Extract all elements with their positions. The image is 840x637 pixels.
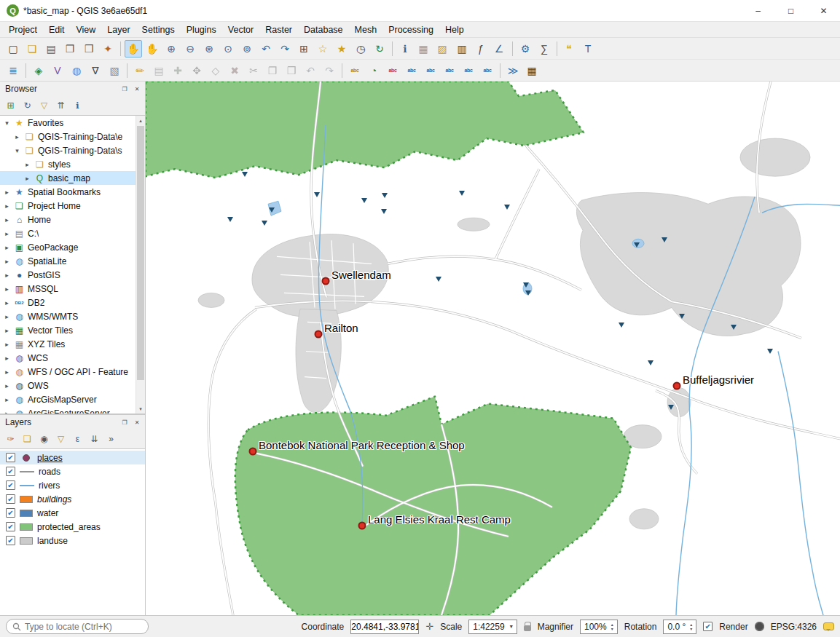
processing-toolbox-button[interactable]: ⚙ [517, 40, 534, 58]
layer-checkbox[interactable] [6, 453, 15, 462]
browser-item-qgis-training-data-e[interactable]: ❏QGIS-Training-Data\e [0, 130, 136, 143]
expander-icon[interactable] [3, 396, 11, 403]
expander-icon[interactable] [3, 327, 11, 334]
expander-icon[interactable] [3, 285, 11, 293]
new-geopackage-layer-button[interactable]: ◈ [30, 62, 47, 79]
crs-globe-icon[interactable] [755, 622, 764, 631]
new-print-layout-button[interactable]: ❐ [61, 40, 79, 58]
browser-item-styles[interactable]: ❏styles [0, 157, 136, 171]
expander-icon[interactable] [3, 258, 11, 265]
browser-item-db2[interactable]: DB2DB2 [0, 296, 136, 309]
layer-item-places[interactable]: places [0, 451, 145, 464]
zoom-full-button[interactable]: ⊛ [200, 40, 218, 58]
add-group-button[interactable]: ❏ [20, 432, 35, 447]
menu-settings[interactable]: Settings [136, 23, 181, 36]
render-checkbox[interactable] [703, 622, 713, 631]
browser-item-wcs[interactable]: ◍WCS [0, 351, 136, 365]
expander-icon[interactable] [23, 175, 31, 182]
refresh-browser-button[interactable]: ↻ [20, 98, 35, 114]
magnifier-spinbox[interactable]: 100% ▴▾ [580, 620, 618, 634]
browser-item-wms-wmts[interactable]: ◍WMS/WMTS [0, 309, 136, 323]
zoom-to-selection-button[interactable]: ⊙ [219, 40, 237, 58]
layer-diagram-options-button[interactable]: ◔ [365, 62, 382, 79]
filter-browser-button[interactable]: ▽ [36, 98, 52, 114]
save-project-button[interactable]: ▤ [42, 40, 60, 58]
browser-item-vector-tiles[interactable]: ▦Vector Tiles [0, 323, 136, 337]
new-virtual-layer-button[interactable]: ∇ [87, 62, 104, 79]
add-selected-layers-button[interactable]: ⊞ [3, 98, 18, 114]
browser-item-xyz-tiles[interactable]: ▦XYZ Tiles [0, 337, 136, 351]
rotation-spinbox[interactable]: 0.0 ° ▴▾ [663, 620, 696, 634]
toggle-editing-button[interactable]: ✏ [131, 62, 149, 79]
show-layout-manager-button[interactable]: ❒ [80, 40, 98, 58]
processing-model-designer-button[interactable]: ▦ [523, 62, 541, 79]
layers-close-button[interactable] [132, 417, 142, 427]
browser-item-spatial-bookmarks[interactable]: ★Spatial Bookmarks [0, 185, 136, 199]
expander-icon[interactable] [3, 355, 11, 362]
place-marker[interactable] [358, 522, 366, 530]
new-temporary-scratch-layer-button[interactable]: ▧ [106, 62, 123, 79]
temporal-controller-button[interactable]: ◷ [352, 40, 369, 58]
expander-icon[interactable] [13, 133, 21, 141]
manage-map-themes-button[interactable]: ◉ [36, 432, 52, 447]
scroll-up-icon[interactable] [136, 116, 145, 125]
field-calculator-button[interactable]: ƒ [472, 40, 490, 58]
new-project-button[interactable]: ▢ [4, 40, 22, 58]
zoom-out-button[interactable]: ⊖ [181, 40, 199, 58]
menu-help[interactable]: Help [439, 23, 470, 36]
show-hide-labels-button[interactable]: abc [422, 62, 439, 79]
browser-item-basic-map[interactable]: Qbasic_map [0, 171, 136, 185]
statistical-summary-button[interactable]: ∑ [535, 40, 553, 58]
pan-map-button[interactable]: ✋ [125, 40, 142, 58]
rotate-label-button[interactable]: abc [460, 62, 477, 79]
layer-item-protected_areas[interactable]: protected_areas [0, 520, 145, 534]
expander-icon[interactable] [3, 230, 11, 237]
coordinate-input[interactable] [350, 620, 419, 634]
messages-icon[interactable] [823, 622, 834, 630]
map-canvas[interactable]: SwellendamRailtonBuffeljagsrivierBontebo… [146, 82, 840, 615]
highlight-pinned-labels-button[interactable]: abc [384, 62, 401, 79]
spinner-icons[interactable]: ▴▾ [690, 622, 692, 631]
layer-item-landuse[interactable]: landuse [0, 534, 145, 547]
layer-item-buildings[interactable]: buildings [0, 492, 145, 506]
browser-item-geopackage[interactable]: ▣GeoPackage [0, 240, 136, 254]
place-marker[interactable] [315, 331, 323, 339]
expander-icon[interactable] [23, 161, 31, 168]
style-manager-button[interactable]: ✦ [99, 40, 117, 58]
identify-features-button[interactable]: ℹ [396, 40, 414, 58]
new-map-view-button[interactable]: ⊞ [295, 40, 313, 58]
measure-button[interactable]: ∠ [491, 40, 509, 58]
place-marker[interactable] [249, 448, 257, 456]
browser-item-ows[interactable]: ◍OWS [0, 379, 136, 392]
maximize-button[interactable]: □ [774, 0, 807, 21]
menu-view[interactable]: View [70, 23, 101, 36]
layer-labeling-options-button[interactable]: abc [346, 62, 364, 79]
menu-database[interactable]: Database [298, 23, 349, 36]
menu-project[interactable]: Project [3, 23, 43, 36]
filter-legend-by-expression-button[interactable]: ε [70, 432, 85, 447]
expander-icon[interactable] [3, 119, 11, 127]
expander-icon[interactable] [3, 410, 11, 414]
expander-icon[interactable] [3, 341, 11, 348]
open-project-button[interactable]: ❏ [23, 40, 41, 58]
menu-mesh[interactable]: Mesh [349, 23, 383, 36]
browser-item-qgis-training-data-s[interactable]: ❏QGIS-Training-Data\s [0, 143, 136, 157]
python-console-button[interactable]: ≫ [504, 62, 522, 79]
text-annotation-button[interactable]: T [580, 40, 597, 58]
open-layer-styling-button[interactable]: ✑ [3, 432, 18, 447]
layer-checkbox[interactable] [6, 480, 15, 490]
browser-item-arcgis-feature-server[interactable]: ◍ArcGisFeatureServer [0, 406, 136, 414]
browser-item-spatialite[interactable]: ◍SpatiaLite [0, 254, 136, 268]
browser-item-mssql[interactable]: ▥MSSQL [0, 282, 136, 296]
minimize-button[interactable]: – [742, 0, 774, 21]
annotations-button[interactable]: ❝ [561, 40, 578, 58]
expander-icon[interactable] [3, 244, 11, 251]
menu-layer[interactable]: Layer [101, 23, 136, 36]
browser-item-favorites[interactable]: ★Favorites [0, 116, 136, 130]
expand-collapse-all-button[interactable]: ⇊ [87, 432, 102, 447]
scroll-thumb[interactable] [137, 126, 144, 380]
properties-widget-button[interactable]: ℹ [70, 98, 85, 114]
browser-float-button[interactable] [119, 84, 130, 94]
expander-icon[interactable] [3, 382, 11, 389]
zoom-in-button[interactable]: ⊕ [162, 40, 180, 58]
